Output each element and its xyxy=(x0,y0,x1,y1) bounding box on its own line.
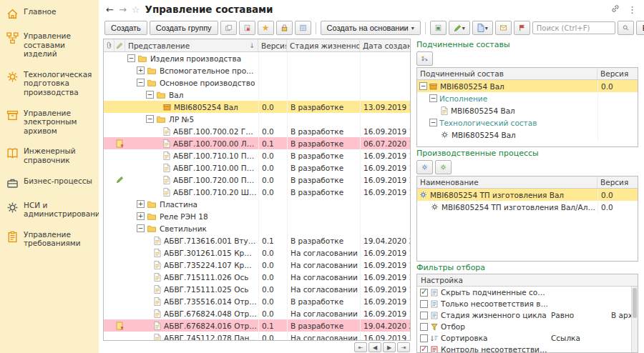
tree-expander[interactable]: + xyxy=(137,212,145,220)
tree-expander[interactable]: − xyxy=(419,82,427,90)
table-row[interactable]: MBI6805254 ТП изготовления Вал 0.0 xyxy=(417,189,638,201)
scrollbar-thumb[interactable] xyxy=(633,288,637,318)
compare-versions-button[interactable] xyxy=(239,21,255,35)
table-row[interactable]: АБВГ.100.710.20 Шпилька 5 0.0 В разработ… xyxy=(104,186,410,198)
tree-expander[interactable]: + xyxy=(137,66,145,74)
filter-checkbox[interactable] xyxy=(420,346,428,353)
table-row[interactable]: − ЛР №5 xyxy=(104,113,410,125)
filter-checkbox[interactable] xyxy=(420,323,428,331)
tree-expander[interactable]: − xyxy=(146,115,154,123)
excel-export-button[interactable] xyxy=(430,21,447,35)
processes-section-title[interactable]: Производственные процессы xyxy=(416,149,638,158)
tree-expander[interactable]: − xyxy=(429,94,437,102)
table-row[interactable]: − MBI6805254 Вал 0.0 xyxy=(417,80,638,92)
kebab-menu-icon[interactable]: ⋮ xyxy=(628,4,637,15)
table-row[interactable]: + Вспомогательное производство xyxy=(104,64,410,76)
tree-expander[interactable]: − xyxy=(127,54,135,62)
table-row[interactable]: + Пластина xyxy=(104,198,410,210)
mail-button[interactable] xyxy=(495,21,512,35)
table-row[interactable]: АБВГ.100.710.10 Плита верхняя 5 0.0 В ра… xyxy=(104,149,410,161)
first-page-button[interactable]: ⇤ xyxy=(354,342,367,352)
scrollbar[interactable] xyxy=(631,287,638,352)
table-row[interactable]: АБВГ.676824.016 Отражатель 0.1 В разрабо… xyxy=(104,319,410,332)
filter-checkbox[interactable] xyxy=(420,312,428,319)
column-header-setting[interactable]: Настройка xyxy=(421,276,463,284)
next-page-button[interactable]: ▶ xyxy=(383,342,396,352)
link-icon[interactable] xyxy=(610,4,620,16)
table-row[interactable]: + Реле РЭН 18 xyxy=(104,210,410,222)
column-header-name[interactable]: Наименование xyxy=(417,176,597,188)
sidebar-item-requirements[interactable]: Управление требованиями xyxy=(0,224,99,254)
attachment-column-header[interactable] xyxy=(104,39,114,51)
sidebar-item-nsi-administration[interactable]: НСИ и администрирование xyxy=(0,195,99,224)
process-button[interactable] xyxy=(416,160,433,174)
filter-row[interactable]: Отбор xyxy=(417,321,631,332)
filter-row[interactable]: Стадия жизненного цикла Равно В архиве xyxy=(417,309,631,321)
last-page-button[interactable]: ⇥ xyxy=(397,342,410,352)
tree-expander[interactable]: − xyxy=(429,119,437,126)
create-button[interactable]: Создать xyxy=(104,21,147,35)
edit-pencil-dropdown-button[interactable]: ▾ xyxy=(449,21,470,35)
table-row[interactable]: АБВГ.301261.015 Крышка 0.0 На согласован… xyxy=(104,247,410,259)
table-row[interactable]: − Изделия производства xyxy=(104,52,410,64)
sidebar-item-tech-preparation[interactable]: Технологическая подготовка производства xyxy=(0,64,99,103)
edit-mark-column-header[interactable] xyxy=(114,39,125,51)
table-row[interactable]: АБВГ.100.700.00 ЛР №5 0.1 В разработке 0… xyxy=(104,137,410,149)
filter-row[interactable]: Только несоответствия версий объектов xyxy=(417,298,631,309)
column-header-version[interactable]: Версия xyxy=(597,68,638,79)
table-row[interactable]: АБВГ.676824.048 Отражатель 0.0 На соглас… xyxy=(104,307,410,319)
filters-section-title[interactable]: Фильтры отбора xyxy=(416,263,638,272)
table-row[interactable]: − Исполнение xyxy=(417,92,638,104)
filter-row[interactable]: Контроль несоответствий составов изделий xyxy=(417,344,631,352)
lock-button[interactable] xyxy=(276,21,293,35)
sidebar-item-product-compositions[interactable]: Управление составами изделий xyxy=(0,26,99,64)
column-header-stage[interactable]: Стадия жизненного цикла xyxy=(287,39,360,51)
flag-button[interactable] xyxy=(514,21,530,35)
favorite-star-icon[interactable]: ☆ xyxy=(132,4,140,15)
table-row[interactable]: АБВГ.100.720.00 Плита нижняя 5 0.0 В раз… xyxy=(104,174,410,186)
table-row[interactable]: АБВГ.713616.001 Втулка 0.1 В разработке … xyxy=(104,234,410,247)
table-row[interactable]: MBI6805254 Вал xyxy=(417,104,638,116)
search-button[interactable] xyxy=(618,21,634,35)
table-row[interactable]: АБВГ.715111.025 Ось 0.0 На согласовании … xyxy=(104,283,410,295)
create-based-on-button[interactable]: Создать на основании▾ xyxy=(321,21,421,35)
column-header-representation[interactable]: Представление↓ xyxy=(125,39,258,51)
column-header-version[interactable]: Версия xyxy=(597,176,638,188)
column-header-created[interactable]: Дата создания xyxy=(360,39,410,51)
forward-arrow-icon[interactable]: → xyxy=(119,5,127,14)
document-dropdown-button[interactable]: ▾ xyxy=(472,21,493,35)
table-row[interactable]: АБВГ.100.710.00 Плита верхняя ... 0.0 В … xyxy=(104,161,410,174)
table-row[interactable]: АБВГ.715111.026 Ось 0.0 На согласовании … xyxy=(104,271,410,283)
table-row[interactable]: − Светильник xyxy=(104,222,410,234)
more-button[interactable]: Еще▾ xyxy=(636,21,644,35)
table-row[interactable]: MBI6805254 ТП изготовления Вал/Альтернат… xyxy=(417,201,638,213)
column-header-version[interactable]: Версия xyxy=(258,39,287,51)
table-row[interactable]: АБВГ.745112.078 Панель 0.0 На согласован… xyxy=(104,332,410,340)
filter-checkbox[interactable] xyxy=(420,334,428,342)
create-group-button[interactable]: Создать группу xyxy=(150,21,218,35)
back-arrow-icon[interactable]: ← xyxy=(106,5,114,14)
filter-row[interactable]: Скрыть подчиненные составы xyxy=(417,287,631,298)
tree-expander[interactable]: − xyxy=(146,91,154,99)
tree-expander[interactable]: − xyxy=(137,79,145,86)
table-row[interactable]: АБВГ.735224.107 Крышка 0.0 На согласован… xyxy=(104,259,410,271)
column-header-subordinate[interactable]: Подчиненный состав xyxy=(417,68,597,79)
structure-button[interactable] xyxy=(416,51,433,66)
filter-row[interactable]: Сортировка Ссылка xyxy=(417,332,631,344)
table-row[interactable]: − Вал xyxy=(104,89,410,101)
table-row[interactable]: MBI6805254 Вал xyxy=(417,129,638,141)
prev-page-button[interactable]: ◀ xyxy=(369,342,381,352)
subordinate-section-title[interactable]: Подчиненные составы xyxy=(416,40,638,49)
filter-checkbox[interactable] xyxy=(420,289,428,297)
table-row[interactable]: − Основное производство xyxy=(104,76,410,89)
report-grid-button[interactable] xyxy=(295,21,311,35)
search-input[interactable] xyxy=(532,21,615,34)
process-alt-button[interactable] xyxy=(435,160,452,174)
table-row[interactable]: АБВГ.735516.014 Отражатель 0.0 В разрабо… xyxy=(104,295,410,307)
sidebar-item-main[interactable]: Главное xyxy=(0,1,99,26)
sidebar-item-electronic-archive[interactable]: Управление электронным архивом xyxy=(0,103,99,141)
tree-expander[interactable]: − xyxy=(137,224,145,232)
copy-button[interactable] xyxy=(220,21,237,35)
tree-expander[interactable]: + xyxy=(137,200,145,208)
table-row[interactable]: − Технологический состав xyxy=(417,116,638,129)
